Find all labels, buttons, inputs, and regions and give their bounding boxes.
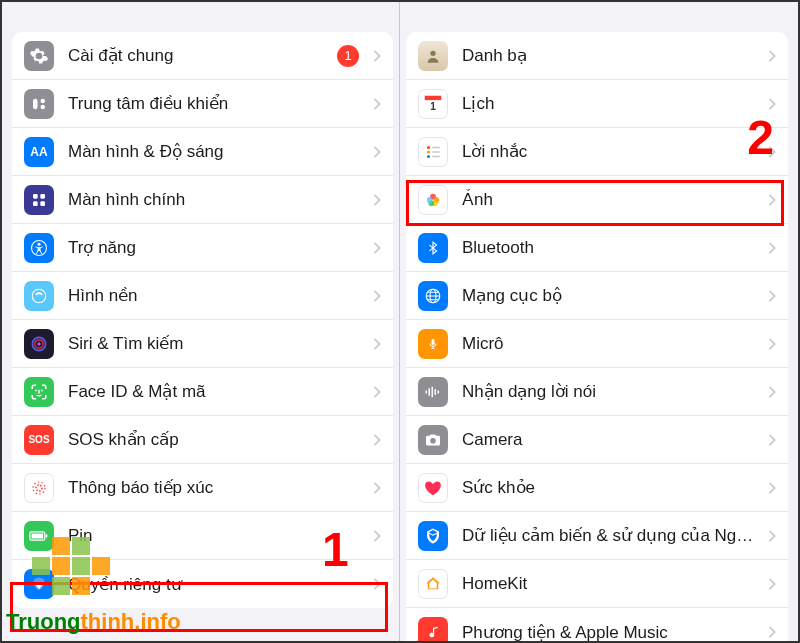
row-label: Siri & Tìm kiếm: [68, 333, 365, 354]
svg-point-9: [32, 289, 46, 303]
svg-rect-37: [429, 388, 431, 396]
chevron-right-icon: [373, 434, 381, 446]
row-label: Thông báo tiếp xúc: [68, 477, 365, 498]
row-research[interactable]: Dữ liệu cảm biến & sử dụng của Nghiê...: [406, 512, 788, 560]
row-label: Face ID & Mật mã: [68, 381, 365, 402]
svg-point-13: [36, 485, 42, 491]
chevron-right-icon: [768, 242, 776, 254]
row-bluetooth[interactable]: Bluetooth: [406, 224, 788, 272]
chevron-right-icon: [768, 626, 776, 638]
svg-rect-35: [432, 339, 435, 345]
chevron-right-icon: [373, 290, 381, 302]
row-local-network[interactable]: Mạng cục bộ: [406, 272, 788, 320]
chevron-right-icon: [768, 434, 776, 446]
row-calendar[interactable]: 1 Lịch: [406, 80, 788, 128]
svg-point-8: [38, 242, 41, 245]
accessibility-icon: [24, 233, 54, 263]
mic-icon: [418, 329, 448, 359]
display-icon: AA: [24, 137, 54, 167]
row-privacy[interactable]: Quyền riêng tư: [12, 560, 393, 608]
row-home-screen[interactable]: Màn hình chính: [12, 176, 393, 224]
row-label: Quyền riêng tư: [68, 574, 365, 595]
row-exposure[interactable]: Thông báo tiếp xúc: [12, 464, 393, 512]
row-homekit[interactable]: HomeKit: [406, 560, 788, 608]
row-label: Pin: [68, 526, 365, 546]
chevron-right-icon: [768, 194, 776, 206]
row-contacts[interactable]: Danh bạ: [406, 32, 788, 80]
row-sos[interactable]: SOS SOS khẩn cấp: [12, 416, 393, 464]
health-icon: [418, 473, 448, 503]
row-label: Mạng cục bộ: [462, 285, 760, 306]
svg-point-2: [41, 104, 46, 109]
row-display[interactable]: AA Màn hình & Độ sáng: [12, 128, 393, 176]
battery-icon: [24, 521, 54, 551]
chevron-right-icon: [373, 578, 381, 590]
svg-rect-6: [40, 201, 45, 206]
row-microphone[interactable]: Micrô: [406, 320, 788, 368]
control-icon: [24, 89, 54, 119]
research-icon: [418, 521, 448, 551]
chevron-right-icon: [373, 242, 381, 254]
camera-icon: [418, 425, 448, 455]
row-battery[interactable]: Pin: [12, 512, 393, 560]
row-reminders[interactable]: Lời nhắc: [406, 128, 788, 176]
svg-rect-19: [425, 95, 442, 100]
row-label: Cài đặt chung: [68, 45, 337, 66]
chevron-right-icon: [768, 50, 776, 62]
row-label: Phương tiện & Apple Music: [462, 622, 760, 642]
bluetooth-icon: [418, 233, 448, 263]
speech-icon: [418, 377, 448, 407]
row-photos[interactable]: Ảnh: [406, 176, 788, 224]
row-label: Màn hình chính: [68, 190, 365, 210]
svg-rect-36: [426, 390, 428, 393]
row-camera[interactable]: Camera: [406, 416, 788, 464]
exposure-icon: [24, 473, 54, 503]
row-media[interactable]: Phương tiện & Apple Music: [406, 608, 788, 641]
chevron-right-icon: [768, 146, 776, 158]
row-wallpaper[interactable]: Hình nền: [12, 272, 393, 320]
row-health[interactable]: Sức khỏe: [406, 464, 788, 512]
chevron-right-icon: [768, 578, 776, 590]
row-label: Micrô: [462, 334, 760, 354]
row-control-center[interactable]: Trung tâm điều khiển: [12, 80, 393, 128]
chevron-right-icon: [768, 98, 776, 110]
chevron-right-icon: [373, 530, 381, 542]
chevron-right-icon: [768, 386, 776, 398]
svg-rect-16: [46, 534, 48, 537]
row-accessibility[interactable]: Trợ năng: [12, 224, 393, 272]
row-siri[interactable]: Siri & Tìm kiếm: [12, 320, 393, 368]
faceid-icon: [24, 377, 54, 407]
chevron-right-icon: [373, 146, 381, 158]
notification-badge: 1: [337, 45, 359, 67]
row-label: Màn hình & Độ sáng: [68, 141, 365, 162]
chevron-right-icon: [373, 386, 381, 398]
row-label: Lời nhắc: [462, 141, 760, 162]
svg-rect-38: [432, 386, 434, 397]
row-faceid[interactable]: Face ID & Mật mã: [12, 368, 393, 416]
svg-point-32: [427, 197, 433, 203]
chevron-right-icon: [768, 530, 776, 542]
chevron-right-icon: [768, 482, 776, 494]
row-label: Ảnh: [462, 189, 760, 210]
row-label: Camera: [462, 430, 760, 450]
chevron-right-icon: [768, 338, 776, 350]
row-label: SOS khẩn cấp: [68, 429, 365, 450]
svg-point-18: [430, 50, 435, 55]
row-speech[interactable]: Nhận dạng lời nói: [406, 368, 788, 416]
row-general[interactable]: Cài đặt chung 1: [12, 32, 393, 80]
privacy-icon: [24, 569, 54, 599]
row-label: Sức khỏe: [462, 477, 760, 498]
chevron-right-icon: [373, 194, 381, 206]
row-label: HomeKit: [462, 574, 760, 594]
svg-point-23: [427, 150, 430, 153]
row-label: Nhận dạng lời nói: [462, 381, 760, 402]
contacts-icon: [418, 41, 448, 71]
svg-text:1: 1: [430, 101, 436, 112]
chevron-right-icon: [768, 290, 776, 302]
svg-point-12: [37, 342, 40, 345]
row-label: Danh bạ: [462, 45, 760, 66]
row-label: Trung tâm điều khiển: [68, 93, 365, 114]
chevron-right-icon: [373, 98, 381, 110]
svg-rect-4: [40, 194, 45, 199]
svg-point-41: [430, 437, 436, 443]
